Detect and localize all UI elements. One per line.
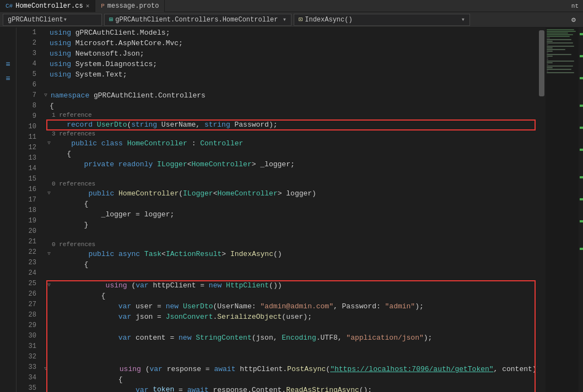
mini-line-7: [547, 39, 571, 40]
line-34: 34: [17, 373, 36, 383]
line-6: 6: [17, 80, 36, 90]
line-22: 22: [17, 247, 36, 258]
code-line-11: {: [42, 149, 538, 159]
mini-line-23: [547, 66, 573, 67]
class-dropdown[interactable]: ⊞ gPRCAuthClient.Controllers.HomeControl…: [104, 14, 292, 26]
ref-label-19: 0 references: [42, 241, 538, 249]
code-line-23: {: [42, 291, 538, 301]
toolbar: gPRCAuthClient ▾ ⊞ gPRCAuthClient.Contro…: [0, 12, 583, 28]
line-31: 31: [17, 341, 36, 352]
line-32: 32: [17, 352, 36, 362]
bookmark-icon-2: ≡: [2, 73, 14, 85]
code-line-25: var json = JsonConvert.SerializeObject(u…: [42, 312, 538, 322]
mini-line-19: [547, 59, 548, 60]
code-line-5: using System.Text;: [42, 69, 538, 80]
mini-line-11: [547, 46, 574, 47]
code-line-20: {: [42, 259, 538, 270]
code-line-10: ▽ public class HomeController : Controll…: [42, 138, 538, 149]
line-4: 4: [17, 59, 36, 69]
mini-line-4: [547, 34, 573, 35]
scroll-thumb[interactable]: [539, 30, 544, 96]
gear-button[interactable]: ⚙: [567, 14, 580, 26]
edge-mark-1: [580, 33, 583, 35]
collapse-namespace[interactable]: ▽: [42, 92, 50, 100]
line-18: 18: [17, 205, 36, 216]
mini-line-17: [547, 56, 553, 57]
collapse-indexasync[interactable]: ▽: [45, 251, 53, 258]
line-10: 10: [17, 122, 36, 132]
tab-message-proto[interactable]: P message.proto: [95, 0, 165, 12]
method-dropdown[interactable]: ⊡ IndexAsync() ▾: [294, 14, 470, 26]
main-area: ≡ ≡ 1 2 3 4 5 6 7 8 9 10 11 12 13 14 15 …: [0, 28, 583, 392]
mini-line-12: [547, 47, 553, 48]
line-35: 35: [17, 383, 36, 392]
collapse-using1[interactable]: ▽: [45, 282, 53, 290]
mini-line-8: [547, 41, 553, 42]
code-line-17: }: [42, 220, 538, 230]
line-11: 11: [17, 132, 36, 143]
class-name: gPRCAuthClient.Controllers.HomeControlle…: [115, 16, 283, 24]
breakpoint-area-2: [2, 44, 14, 56]
ref-label-10: 3 references: [42, 130, 538, 138]
class-dropdown-icon: ▾: [283, 15, 287, 24]
project-dropdown[interactable]: gPRCAuthClient ▾: [3, 14, 102, 26]
edge-mark-9: [580, 220, 583, 222]
code-line-26: [42, 322, 538, 333]
mini-line-15: [547, 52, 548, 53]
ref-label-9: 1 reference: [42, 111, 538, 119]
tab-homecontroller[interactable]: C# HomeController.cs ✕: [0, 0, 95, 12]
collapse-class[interactable]: ▽: [45, 140, 53, 148]
mini-line-3: [547, 32, 568, 34]
edge-mark-8: [580, 198, 583, 200]
code-line-28: [42, 343, 538, 353]
mini-line-25: [547, 69, 571, 70]
collapse-using2[interactable]: ▽: [42, 366, 50, 373]
gear-icon: ⚙: [571, 15, 576, 24]
tab-homecontroller-label: HomeController.cs: [15, 2, 83, 10]
code-line-30: ▽ using (var response = await httpClient…: [42, 364, 538, 374]
line-5: 5: [17, 69, 36, 80]
code-editor[interactable]: using gPRCAuthClient.Models; using Micro…: [40, 28, 538, 392]
line-14: 14: [17, 164, 36, 174]
method-name: IndexAsync(): [305, 16, 461, 24]
mini-line-18: [547, 57, 548, 58]
code-line-19: ▽ public async Task<IActionResult> Index…: [42, 249, 538, 259]
code-line-21: [42, 270, 538, 280]
mini-line-20: [547, 61, 574, 62]
line-9: 9: [17, 111, 36, 122]
line-17: 17: [17, 195, 36, 205]
edge-mark-2: [580, 55, 583, 57]
mini-line-2: [547, 31, 576, 32]
line-20: 20: [17, 226, 36, 237]
mini-line-13: [547, 49, 565, 50]
code-line-27: var content = new StringContent(json, En…: [42, 333, 538, 343]
mini-line-10: [547, 44, 548, 45]
code-line-8: {: [42, 101, 538, 111]
mini-line-5: [547, 36, 570, 37]
line-numbers: 1 2 3 4 5 6 7 8 9 10 11 12 13 14 15 16 1…: [17, 28, 40, 392]
ref-label-14: 0 references: [42, 180, 538, 188]
code-line-4: using System.Diagnostics;: [42, 59, 538, 69]
breakpoint-area-1: [2, 30, 14, 42]
tab-homecontroller-close[interactable]: ✕: [86, 2, 90, 9]
line-21: 21: [17, 237, 36, 247]
code-line-16: _logger = logger;: [42, 209, 538, 220]
code-line-14: ▽ public HomeController(ILogger<HomeCont…: [42, 188, 538, 199]
collapse-ctor[interactable]: ▽: [45, 190, 53, 198]
line-28: 28: [17, 310, 36, 320]
line-24: 24: [17, 268, 36, 279]
code-line-32: var token = await response.Content.ReadA…: [42, 385, 538, 392]
code-line-1: using gPRCAuthClient.Models;: [42, 28, 538, 38]
line-26: 26: [17, 289, 36, 300]
minimap-content: [546, 28, 579, 75]
code-line-7: ▽ namespace gPRCAuthClient.Controllers: [42, 90, 538, 101]
class-icon: ⊞: [109, 15, 113, 24]
scrollbar[interactable]: [538, 28, 546, 392]
code-line-22: ▽ using (var httpClient = new HttpClient…: [42, 280, 538, 291]
code-line-18: [42, 230, 538, 241]
code-line-31: {: [42, 374, 538, 385]
code-line-15: {: [42, 199, 538, 209]
line-3: 3: [17, 48, 36, 59]
line-19: 19: [17, 216, 36, 226]
mini-line-26: [547, 70, 548, 72]
